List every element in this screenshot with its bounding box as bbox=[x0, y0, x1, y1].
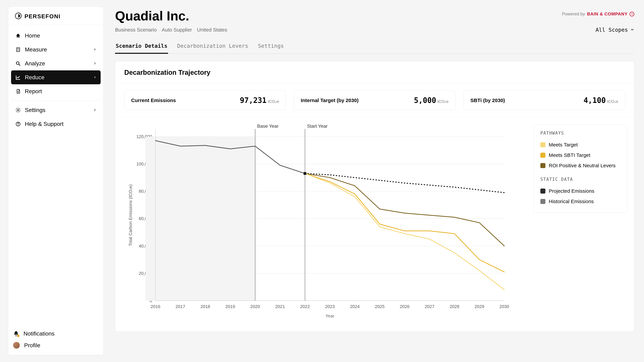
nav-label: Help & Support bbox=[25, 121, 64, 127]
svg-text:2030: 2030 bbox=[500, 304, 509, 309]
sidebar: PERSEFONI HomeMeasureAnalyzeReduceReport… bbox=[0, 0, 112, 362]
tab-decarbonization-levers[interactable]: Decarbonization Levers bbox=[176, 40, 249, 54]
legend-label: ROI Positive & Neutral Levers bbox=[549, 163, 616, 168]
svg-line-8 bbox=[19, 64, 20, 65]
legend-swatch bbox=[540, 163, 546, 168]
breadcrumb-item[interactable]: United States bbox=[197, 27, 227, 33]
notifications-link[interactable]: Notifications bbox=[13, 330, 98, 337]
legend-item[interactable]: Historical Emissions bbox=[540, 196, 620, 207]
svg-text:2023: 2023 bbox=[325, 304, 335, 309]
svg-text:2028: 2028 bbox=[450, 304, 459, 309]
stat-card: Current Emissions 97,231tCO₂e bbox=[124, 90, 286, 110]
scope-selector-label: All Scopes bbox=[596, 27, 628, 33]
powered-by-prefix: Powered by bbox=[562, 11, 585, 16]
svg-rect-28 bbox=[146, 137, 255, 301]
stat-value-wrap: 97,231tCO₂e bbox=[240, 96, 279, 105]
svg-text:2026: 2026 bbox=[400, 304, 410, 309]
sidebar-panel: PERSEFONI HomeMeasureAnalyzeReduceReport… bbox=[8, 7, 103, 355]
stat-value: 5,000 bbox=[414, 96, 436, 105]
gear-icon bbox=[15, 107, 21, 113]
chevron-right-icon bbox=[93, 61, 96, 66]
nav-item-home[interactable]: Home bbox=[11, 29, 100, 42]
legend-swatch bbox=[540, 153, 546, 158]
chevron-right-icon bbox=[93, 47, 96, 52]
nav-item-settings[interactable]: Settings bbox=[11, 103, 100, 117]
header-row: Quadial Inc. Powered by BAIN & COMPANY bbox=[115, 8, 634, 24]
breadcrumb-item[interactable]: Auto Supplier bbox=[162, 27, 192, 33]
profile-link[interactable]: Profile bbox=[13, 342, 98, 349]
svg-text:2025: 2025 bbox=[375, 304, 384, 309]
legend-item[interactable]: Meets Target bbox=[540, 140, 620, 150]
chevron-down-icon bbox=[630, 27, 634, 33]
svg-text:2027: 2027 bbox=[425, 304, 434, 309]
stat-value: 97,231 bbox=[240, 96, 266, 105]
tab-settings[interactable]: Settings bbox=[257, 40, 284, 54]
legend-swatch bbox=[540, 189, 546, 194]
nav-item-reduce[interactable]: Reduce bbox=[11, 70, 100, 84]
svg-text:2016: 2016 bbox=[150, 304, 160, 309]
breadcrumbs: Business ScenarioAuto SupplierUnited Sta… bbox=[115, 27, 227, 33]
svg-text:Total Carbon Emissions  (tCO₂e: Total Carbon Emissions (tCO₂e) bbox=[128, 184, 133, 246]
sidebar-bottom: Notifications Profile bbox=[8, 327, 103, 355]
nav-item-report[interactable]: Report bbox=[11, 84, 100, 98]
nav-item-measure[interactable]: Measure bbox=[11, 42, 100, 56]
scope-selector[interactable]: All Scopes bbox=[596, 27, 634, 33]
breadcrumb-item[interactable]: Business Scenario bbox=[115, 27, 157, 33]
stat-value-wrap: 5,000tCO₂e bbox=[414, 96, 448, 105]
svg-text:2017: 2017 bbox=[176, 304, 185, 309]
svg-text:2019: 2019 bbox=[226, 304, 235, 309]
svg-text:2024: 2024 bbox=[350, 304, 360, 309]
tab-scenario-details[interactable]: Scenario Details bbox=[115, 40, 168, 54]
trajectory-card: Decarbonization Trajectory Current Emiss… bbox=[115, 61, 634, 332]
svg-text:2020: 2020 bbox=[250, 304, 260, 309]
tabs: Scenario DetailsDecarbonization LeversSe… bbox=[115, 40, 634, 54]
legend-item[interactable]: ROI Positive & Neutral Levers bbox=[540, 160, 620, 171]
crumb-row: Business ScenarioAuto SupplierUnited Sta… bbox=[115, 27, 634, 33]
svg-text:2029: 2029 bbox=[474, 304, 484, 309]
powered-by-brand: BAIN & COMPANY bbox=[587, 11, 628, 16]
nav-label: Report bbox=[25, 88, 42, 94]
bain-clock-icon bbox=[630, 12, 634, 16]
primary-nav: HomeMeasureAnalyzeReduceReport SettingsH… bbox=[8, 25, 103, 327]
question-icon bbox=[15, 121, 21, 127]
main-content: Quadial Inc. Powered by BAIN & COMPANY B… bbox=[112, 0, 644, 362]
svg-point-3 bbox=[17, 49, 18, 50]
svg-point-13 bbox=[18, 125, 18, 125]
nav-item-analyze[interactable]: Analyze bbox=[11, 56, 100, 70]
stat-card: SBTi (by 2030) 4,100tCO₂e bbox=[464, 90, 625, 110]
chevron-right-icon bbox=[93, 107, 96, 113]
profile-label: Profile bbox=[24, 342, 40, 349]
powered-by: Powered by BAIN & COMPANY bbox=[562, 11, 634, 16]
legend-item[interactable]: Projected Emissions bbox=[540, 186, 620, 196]
document-icon bbox=[15, 88, 21, 94]
nav-label: Analyze bbox=[25, 60, 45, 67]
chart-zone: 020,00040,00060,00080,000100,000120,0002… bbox=[115, 118, 634, 332]
calculator-icon bbox=[15, 46, 21, 53]
svg-point-5 bbox=[17, 50, 18, 51]
svg-point-4 bbox=[18, 49, 19, 50]
svg-rect-1 bbox=[16, 48, 20, 52]
chart-line-icon bbox=[15, 74, 21, 80]
legend-panel: PATHWAYS Meets TargetMeets SBTI TargetRO… bbox=[534, 124, 628, 213]
svg-text:Base Year: Base Year bbox=[257, 123, 278, 129]
legend-label: Meets Target bbox=[549, 142, 578, 148]
chevron-right-icon bbox=[93, 75, 96, 80]
svg-point-6 bbox=[18, 50, 19, 51]
stat-card: Internal Target (by 2030) 5,000tCO₂e bbox=[294, 90, 455, 110]
page-title: Quadial Inc. bbox=[115, 8, 189, 24]
avatar bbox=[13, 342, 20, 349]
svg-point-11 bbox=[18, 109, 19, 111]
svg-text:2021: 2021 bbox=[275, 304, 285, 309]
legend-item[interactable]: Meets SBTI Target bbox=[540, 150, 620, 160]
stat-unit: tCO₂e bbox=[268, 99, 279, 104]
search-icon bbox=[15, 60, 21, 66]
svg-text:2018: 2018 bbox=[200, 304, 210, 309]
notifications-label: Notifications bbox=[24, 330, 54, 337]
legend-label: Meets SBTI Target bbox=[549, 152, 590, 158]
chart: 020,00040,00060,00080,000100,000120,0002… bbox=[122, 123, 528, 322]
bell-icon bbox=[13, 331, 19, 337]
stat-value-wrap: 4,100tCO₂e bbox=[584, 96, 618, 105]
brand-name: PERSEFONI bbox=[24, 13, 60, 19]
stat-unit: tCO₂e bbox=[438, 99, 448, 104]
nav-item-help-support[interactable]: Help & Support bbox=[11, 117, 100, 131]
